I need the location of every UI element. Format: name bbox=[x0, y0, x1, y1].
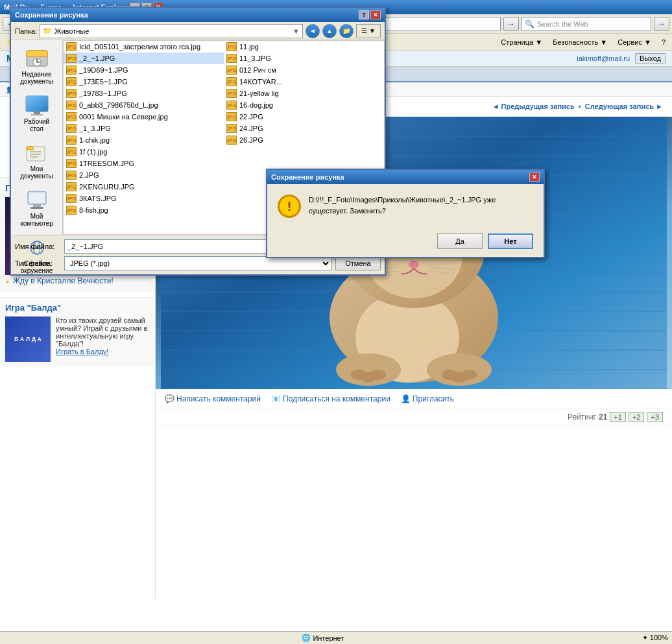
file-name: _19783~1.JPG bbox=[79, 89, 127, 97]
save-dialog-controls: ? ✕ bbox=[359, 10, 381, 19]
dialog-view-btn[interactable]: ☰ ▼ bbox=[356, 24, 381, 38]
file-item[interactable]: JPG _173E5~1.JPG bbox=[64, 76, 224, 88]
file-name: _1_3.JPG bbox=[79, 125, 111, 132]
file-item[interactable]: JPG 24.JPG bbox=[224, 123, 384, 134]
desktop-label: Рабочий стол bbox=[17, 118, 57, 132]
sidebar-mydocs[interactable]: Мои документы bbox=[14, 140, 60, 182]
sidebar-desktop[interactable]: Рабочий стол bbox=[14, 93, 60, 135]
file-name: 22.JPG bbox=[239, 113, 263, 121]
confirm-close-btn[interactable]: ✕ bbox=[529, 173, 540, 182]
save-dialog-close-btn[interactable]: ✕ bbox=[370, 10, 381, 19]
file-icon: JPG bbox=[226, 112, 237, 121]
file-item[interactable]: JPG 26.JPG bbox=[224, 134, 384, 146]
file-item[interactable]: JPG _19D69~1.JPG bbox=[64, 64, 224, 76]
file-item[interactable]: JPG 8-fish.jpg bbox=[64, 204, 224, 216]
save-dialog-help-btn[interactable]: ? bbox=[359, 10, 369, 19]
confirm-no-btn[interactable]: Нет bbox=[488, 233, 533, 249]
game-play-link[interactable]: Играть в Балду! bbox=[56, 348, 108, 355]
game-content: Б А Л Д А Кто из твоих друзей самый умны… bbox=[5, 316, 150, 362]
file-name: 0001 Мишки на Севере.jpg bbox=[79, 113, 168, 121]
file-name: 1-chik.jpg bbox=[79, 136, 110, 144]
mydocs-icon bbox=[25, 143, 49, 163]
save-dialog-toolbar: Папка: 📁 Животные ▼ ◄ ▲ 📁 ☰ ▼ bbox=[11, 22, 385, 40]
svg-rect-54 bbox=[27, 51, 47, 56]
file-item[interactable]: JPG 1f (1).jpg bbox=[64, 146, 224, 158]
file-item[interactable]: JPG 0001 Мишки на Севере.jpg bbox=[64, 111, 224, 123]
file-item[interactable]: JPG 3КATS.JPG bbox=[64, 193, 224, 204]
dialog-sidebar: Недавние документы Рабочий сто bbox=[11, 40, 63, 235]
rating-plus2-btn[interactable]: +2 bbox=[629, 412, 645, 422]
file-item[interactable]: JPG 1TREESOM.JPG bbox=[64, 158, 224, 169]
file-icon: JPG bbox=[226, 101, 237, 110]
svg-rect-59 bbox=[26, 96, 48, 112]
confirm-dialog: Сохранение рисунка ✕ ! D:\!!!_F_Foto\Ima… bbox=[266, 169, 545, 258]
file-name: 1TREESOM.JPG bbox=[79, 160, 134, 167]
logout-button[interactable]: Выход bbox=[635, 53, 666, 64]
sidebar-network[interactable]: Сетевое окружение bbox=[14, 235, 60, 277]
file-name: 2.JPG bbox=[79, 171, 99, 179]
rating-label: Рейтинг bbox=[568, 412, 596, 422]
sidebar-recent[interactable]: Недавние документы bbox=[14, 45, 60, 88]
page-btn[interactable]: Страница ▼ bbox=[498, 37, 545, 47]
sidebar-mycomp[interactable]: Мой компьютер bbox=[14, 187, 60, 230]
file-name: _173E5~1.JPG bbox=[79, 78, 128, 86]
file-item[interactable]: JPG 2.JPG bbox=[64, 169, 224, 181]
filetype-select[interactable]: JPEG (*.jpg) bbox=[64, 256, 331, 270]
file-item[interactable]: JPG 14KOTYAR... bbox=[224, 76, 384, 88]
game-description: Кто из твоих друзей самый умный? Играй с… bbox=[56, 316, 150, 348]
file-name: Icid_D05101_застрелим этого rca.jpg bbox=[79, 43, 200, 51]
dialog-new-folder-btn[interactable]: 📁 bbox=[339, 24, 354, 38]
search-go-button[interactable]: → bbox=[654, 17, 669, 31]
file-item[interactable]: JPG _2_~1.JPG bbox=[64, 53, 224, 64]
folder-select[interactable]: 📁 Животные ▼ bbox=[40, 24, 303, 38]
rating-plus3-btn[interactable]: +3 bbox=[647, 412, 663, 422]
file-name: _19D69~1.JPG bbox=[79, 66, 128, 74]
file-name: 8-fish.jpg bbox=[79, 206, 108, 214]
dialog-back-btn[interactable]: ◄ bbox=[306, 24, 320, 38]
confirm-yes-btn[interactable]: Да bbox=[437, 233, 483, 249]
file-item[interactable]: JPG 012 Рич см bbox=[224, 64, 384, 76]
confirm-buttons: Да Нет bbox=[267, 228, 544, 257]
file-name: 16-dog.jpg bbox=[239, 101, 273, 109]
help-btn[interactable]: ? bbox=[659, 37, 668, 47]
subscribe-comments-link[interactable]: 📧 Подписаться на комментарии bbox=[271, 394, 390, 403]
file-item[interactable]: JPG 21-yellow lig bbox=[224, 88, 384, 99]
file-item[interactable]: JPG Icid_D05101_застрелим этого rca.jpg bbox=[64, 41, 224, 53]
next-entry-link[interactable]: Следующая запись ► bbox=[585, 102, 663, 110]
svg-rect-70 bbox=[30, 207, 43, 209]
file-icon: JPG bbox=[66, 124, 77, 133]
file-name: 21-yellow lig bbox=[239, 89, 279, 97]
mycomp-icon bbox=[25, 190, 49, 211]
file-name: 24.JPG bbox=[239, 125, 263, 132]
go-button[interactable]: → bbox=[503, 17, 519, 31]
file-item[interactable]: JPG 16-dog.jpg bbox=[224, 99, 384, 111]
status-zoom: ✦ 100% bbox=[642, 634, 668, 642]
mycomp-label: Мой компьютер bbox=[17, 213, 57, 227]
file-item[interactable]: JPG 11_3.JPG bbox=[224, 53, 384, 64]
write-comment-link[interactable]: 💬 Написать комментарий bbox=[165, 394, 261, 403]
file-icon: JPG bbox=[226, 89, 237, 98]
file-name: 11_3.JPG bbox=[239, 54, 271, 62]
safety-btn[interactable]: Безопасность ▼ bbox=[550, 37, 610, 47]
file-item[interactable]: JPG _19783~1.JPG bbox=[64, 88, 224, 99]
dialog-up-btn[interactable]: ▲ bbox=[322, 24, 337, 38]
search-bar[interactable]: 🔍 bbox=[522, 17, 651, 31]
file-item[interactable]: JPG _1_3.JPG bbox=[64, 123, 224, 134]
file-icon: JPG bbox=[226, 42, 237, 51]
folder-label: Папка: bbox=[15, 27, 37, 35]
file-item[interactable]: JPG 0_abb3_7986750d_L.jpg bbox=[64, 99, 224, 111]
file-item[interactable]: JPG 11.jpg bbox=[224, 41, 384, 53]
svg-rect-60 bbox=[34, 112, 40, 114]
file-item[interactable]: JPG 22.JPG bbox=[224, 111, 384, 123]
file-name: 3КATS.JPG bbox=[79, 195, 117, 202]
search-input[interactable] bbox=[537, 20, 648, 28]
tools-btn[interactable]: Сервис ▼ bbox=[615, 37, 654, 47]
file-icon: JPG bbox=[66, 101, 77, 110]
prev-entry-link[interactable]: ◄ Предыдущая запись bbox=[492, 102, 575, 110]
invite-link[interactable]: 👤 Пригласить bbox=[401, 394, 454, 403]
file-item[interactable]: JPG 1-chik.jpg bbox=[64, 134, 224, 146]
file-item[interactable]: JPG 2KENGURU.JPG bbox=[64, 181, 224, 193]
rating-plus1-btn[interactable]: +1 bbox=[610, 412, 626, 422]
mydocs-label: Мои документы bbox=[17, 165, 57, 180]
cancel-button[interactable]: Отмена bbox=[335, 256, 381, 270]
